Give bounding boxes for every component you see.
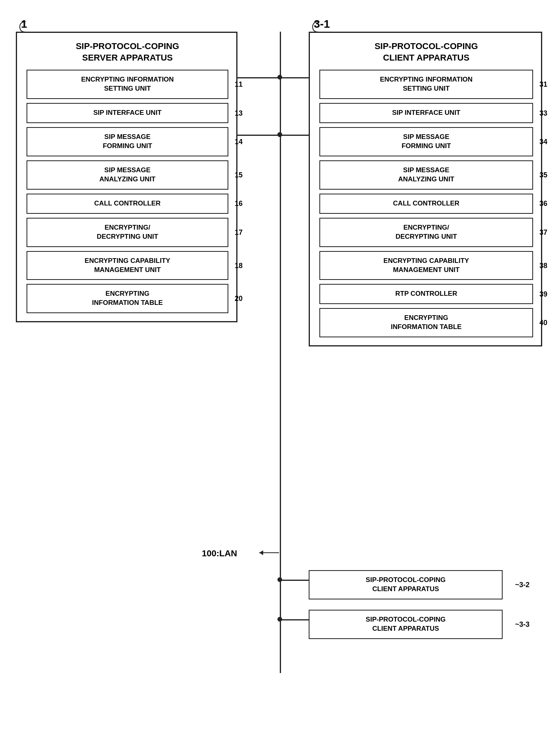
bottom-box-33: SIP-PROTOCOL-COPINGCLIENT APPARATUS ~3-3	[309, 610, 503, 639]
conn-bottom-32	[281, 580, 309, 581]
right-unit-39-id: 39	[539, 289, 547, 299]
conn-33	[281, 135, 309, 136]
left-unit-13-id: 13	[235, 108, 243, 118]
conn-11	[237, 77, 280, 78]
right-unit-33: SIP INTERFACE UNIT 33	[319, 103, 533, 123]
right-unit-40: ENCRYPTINGINFORMATION TABLE 40	[319, 308, 533, 337]
left-unit-20: ENCRYPTINGINFORMATION TABLE 20	[27, 284, 228, 313]
right-unit-38: ENCRYPTING CAPABILITYMANAGEMENT UNIT 38	[319, 251, 533, 280]
right-panel-top: 3-1 SIP-PROTOCOL-COPING CLIENT APPARATUS…	[309, 32, 542, 346]
left-panel-title: SIP-PROTOCOL-COPING SERVER APPARATUS	[27, 41, 228, 63]
right-panel-title: SIP-PROTOCOL-COPING CLIENT APPARATUS	[319, 41, 533, 63]
left-unit-11-id: 11	[235, 80, 243, 89]
right-unit-34: SIP MESSAGEFORMING UNIT 34	[319, 127, 533, 156]
left-unit-16: CALL CONTROLLER 16	[27, 194, 228, 214]
right-unit-34-id: 34	[539, 137, 547, 146]
lan-label: 100:LAN	[202, 548, 237, 559]
right-unit-39: RTP CONTROLLER 39	[319, 284, 533, 304]
conn-13	[237, 135, 280, 136]
dot-bottom-32	[277, 577, 282, 582]
dot-bottom-33	[277, 617, 282, 622]
right-unit-35-id: 35	[539, 170, 547, 180]
left-unit-17: ENCRYPTING/DECRYPTING UNIT 17	[27, 218, 228, 247]
right-unit-38-id: 38	[539, 261, 547, 270]
lan-arrow	[257, 547, 281, 558]
right-unit-36: CALL CONTROLLER 36	[319, 194, 533, 214]
bottom-box-32-id: ~3-2	[515, 580, 530, 590]
left-unit-16-id: 16	[235, 199, 243, 208]
conn-31	[281, 77, 309, 78]
left-unit-13: SIP INTERFACE UNIT 13	[27, 103, 228, 123]
left-unit-11: ENCRYPTING INFORMATIONSETTING UNIT 11	[27, 70, 228, 99]
right-unit-36-id: 36	[539, 199, 547, 208]
left-unit-14-id: 14	[235, 137, 243, 146]
right-unit-35: SIP MESSAGEANALYZING UNIT 35	[319, 160, 533, 190]
right-unit-37-id: 37	[539, 227, 547, 237]
right-unit-31-id: 31	[539, 80, 547, 89]
left-unit-15-id: 15	[235, 170, 243, 180]
right-unit-40-id: 40	[539, 318, 547, 327]
left-unit-18: ENCRYPTING CAPABILITYMANAGEMENT UNIT 18	[27, 251, 228, 280]
bottom-box-32: SIP-PROTOCOL-COPINGCLIENT APPARATUS ~3-2	[309, 570, 503, 599]
left-unit-18-id: 18	[235, 261, 243, 270]
left-unit-15: SIP MESSAGEANALYZING UNIT 15	[27, 160, 228, 190]
svg-marker-1	[259, 550, 263, 555]
right-unit-37: ENCRYPTING/DECRYPTING UNIT 37	[319, 218, 533, 247]
left-unit-14: SIP MESSAGEFORMING UNIT 14	[27, 127, 228, 156]
right-unit-31: ENCRYPTING INFORMATIONSETTING UNIT 31	[319, 70, 533, 99]
left-unit-20-id: 20	[235, 294, 243, 303]
conn-bottom-33	[281, 619, 309, 620]
right-unit-33-id: 33	[539, 108, 547, 118]
lan-line	[280, 32, 281, 673]
bottom-box-33-id: ~3-3	[515, 620, 530, 629]
left-panel: 1 SIP-PROTOCOL-COPING SERVER APPARATUS E…	[16, 32, 237, 322]
dot-33	[277, 132, 282, 137]
left-unit-17-id: 17	[235, 227, 243, 237]
